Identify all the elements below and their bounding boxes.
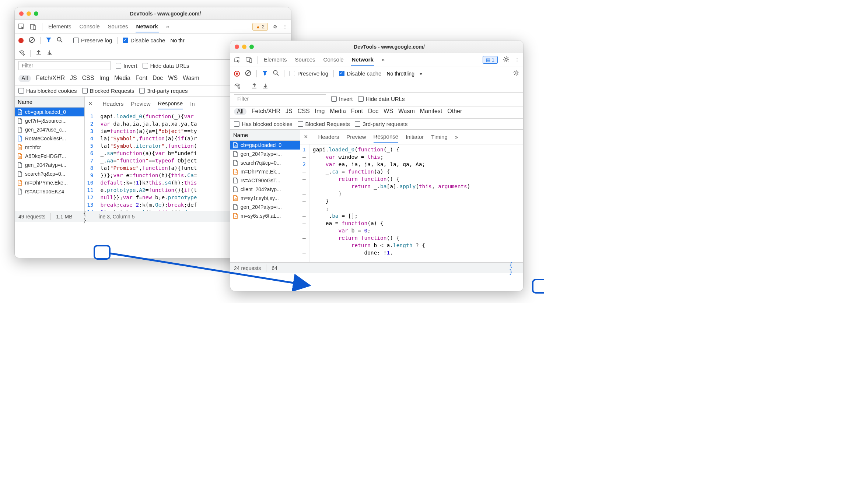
request-row[interactable]: gen_204?atyp=i... (15, 161, 84, 169)
minimize-icon[interactable] (242, 45, 246, 49)
inspect-icon[interactable] (18, 24, 25, 30)
chip-js[interactable]: JS (286, 108, 293, 115)
network-conditions-icon[interactable] (234, 83, 241, 90)
pretty-print-button[interactable]: { } (83, 212, 94, 221)
chip-doc[interactable]: Doc (153, 75, 163, 82)
preserve-log-checkbox[interactable]: Preserve log (290, 70, 328, 77)
tab-sources[interactable]: Sources (294, 54, 316, 66)
request-row[interactable]: search?q&cp=0... (230, 158, 300, 167)
blocked-requests-checkbox[interactable]: Blocked Requests (298, 121, 350, 127)
request-row[interactable]: gen_204?atyp=i... (230, 150, 300, 158)
pretty-print-button[interactable]: { } (509, 264, 519, 273)
upload-har-icon[interactable] (36, 50, 42, 57)
zoom-icon[interactable] (34, 11, 38, 16)
request-row[interactable]: JSm=sy6s,sy6t,aL... (230, 211, 300, 220)
more-icon[interactable]: ⋮ (283, 24, 287, 29)
request-row[interactable]: gen_204?use_c... (15, 125, 84, 134)
chip-js[interactable]: JS (70, 75, 77, 82)
has-blocked-cookies-checkbox[interactable]: Has blocked cookies (18, 88, 77, 94)
close-details-icon[interactable]: × (304, 133, 311, 141)
request-row[interactable]: gen_204?atyp=i... (230, 203, 300, 211)
clear-icon[interactable] (29, 37, 35, 44)
hide-data-urls-checkbox[interactable]: Hide data URLs (143, 63, 189, 69)
minimize-icon[interactable] (27, 11, 31, 16)
settings-gear-icon[interactable] (503, 56, 510, 64)
hide-data-urls-checkbox[interactable]: Hide data URLs (358, 96, 405, 102)
tabs-more[interactable]: » (455, 131, 458, 142)
name-header[interactable]: Name (15, 97, 84, 108)
request-row[interactable]: JSm=DhPYme,Eke... (15, 178, 84, 187)
filter-icon[interactable] (262, 70, 268, 77)
third-party-checkbox[interactable]: 3rd-party requests (355, 121, 407, 127)
request-row[interactable]: JSA6DkqFxHDGl7... (15, 152, 84, 161)
chip-css[interactable]: CSS (298, 108, 310, 115)
network-conditions-icon[interactable] (18, 49, 25, 57)
chip-ws[interactable]: WS (384, 108, 393, 115)
throttling-dropdown[interactable]: No throttling (386, 71, 414, 77)
messages-badge[interactable]: ▤1 (483, 56, 498, 64)
clear-icon[interactable] (245, 70, 251, 77)
more-icon[interactable]: ⋮ (515, 57, 519, 63)
chip-font[interactable]: Font (351, 108, 363, 115)
invert-checkbox[interactable]: Invert (116, 63, 137, 69)
tab-network[interactable]: Network (136, 21, 159, 32)
tab-console[interactable]: Console (79, 21, 101, 32)
tab-response[interactable]: Response (158, 98, 183, 109)
close-icon[interactable] (19, 11, 24, 16)
search-icon[interactable] (273, 70, 279, 77)
request-row[interactable]: rs=ACT90oGsT... (230, 176, 300, 185)
upload-har-icon[interactable] (251, 83, 257, 90)
chip-media[interactable]: Media (330, 108, 346, 115)
tab-initiator-short[interactable]: In (190, 98, 195, 109)
blocked-requests-checkbox[interactable]: Blocked Requests (82, 88, 134, 94)
chip-css[interactable]: CSS (82, 75, 94, 82)
tab-elements[interactable]: Elements (48, 21, 72, 32)
chip-all[interactable]: All (234, 108, 246, 115)
tabs-more[interactable]: » (381, 54, 385, 66)
throttling-dropdown[interactable]: No thr (170, 38, 184, 43)
tab-response[interactable]: Response (374, 131, 399, 143)
request-row[interactable]: get?rt=j&sourcei... (15, 116, 84, 125)
request-row[interactable]: JScb=gapi.loaded_0 (230, 141, 300, 150)
filter-input[interactable] (234, 94, 326, 103)
record-button[interactable] (18, 38, 24, 43)
code-body[interactable]: gapi.loaded_0(function(_){var var da,ha,… (97, 111, 200, 211)
invert-checkbox[interactable]: Invert (331, 96, 353, 102)
tab-network[interactable]: Network (351, 54, 374, 66)
chip-other[interactable]: Other (447, 108, 462, 115)
download-har-icon[interactable] (262, 83, 268, 90)
warnings-badge[interactable]: ▲2 (252, 23, 268, 31)
request-row[interactable]: JSm=hfcr (15, 143, 84, 152)
tab-headers[interactable]: Headers (103, 98, 124, 109)
name-header[interactable]: Name (230, 130, 300, 141)
tab-sources[interactable]: Sources (107, 21, 129, 32)
chip-fetch-xhr[interactable]: Fetch/XHR (252, 108, 280, 115)
request-row[interactable]: search?q&cp=0... (15, 169, 84, 178)
search-icon[interactable] (57, 37, 63, 44)
request-row[interactable]: RotateCookiesP... (15, 134, 84, 143)
tab-console[interactable]: Console (323, 54, 344, 66)
chip-img[interactable]: Img (99, 75, 109, 82)
disable-cache-checkbox[interactable]: Disable cache (339, 70, 381, 77)
tab-elements[interactable]: Elements (263, 54, 288, 66)
chip-ws[interactable]: WS (168, 75, 178, 82)
settings-gear-icon[interactable]: ⚙ (273, 24, 277, 29)
tab-initiator[interactable]: Initiator (406, 131, 424, 142)
chip-wasm[interactable]: Wasm (183, 75, 199, 82)
preserve-log-checkbox[interactable]: Preserve log (73, 37, 112, 43)
network-settings-gear-icon[interactable] (513, 70, 519, 77)
chip-all[interactable]: All (18, 75, 31, 82)
chip-manifest[interactable]: Manifest (420, 108, 442, 115)
tab-timing[interactable]: Timing (431, 131, 447, 142)
request-row[interactable]: JSm=sy1r,sybt,sy... (230, 194, 300, 203)
request-row[interactable]: JScb=gapi.loaded_0 (15, 108, 84, 116)
third-party-checkbox[interactable]: 3rd-party reques (139, 88, 188, 94)
device-icon[interactable] (30, 24, 37, 30)
zoom-icon[interactable] (249, 45, 254, 49)
has-blocked-cookies-checkbox[interactable]: Has blocked cookies (234, 121, 293, 127)
record-button[interactable] (234, 71, 240, 77)
chip-font[interactable]: Font (136, 75, 147, 82)
request-row[interactable]: JSm=DhPYme,Ek... (230, 167, 300, 176)
filter-icon[interactable] (46, 37, 52, 44)
tabs-more[interactable]: » (165, 21, 170, 32)
